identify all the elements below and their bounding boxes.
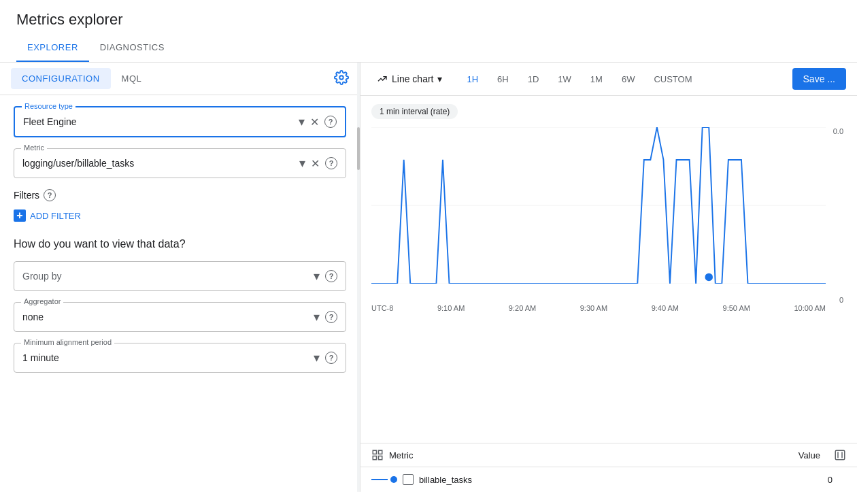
min-alignment-dropdown-icon[interactable]: ▾ <box>314 350 320 365</box>
min-alignment-help-icon[interactable]: ? <box>325 352 337 364</box>
time-btn-6w[interactable]: 6W <box>614 70 643 88</box>
resource-type-help-icon[interactable]: ? <box>324 116 337 128</box>
tab-bar: CONFIGURATION MQL <box>0 63 360 95</box>
chart-type-selector[interactable]: Line chart ▾ <box>371 69 448 88</box>
filters-help-icon[interactable]: ? <box>44 189 56 201</box>
resource-type-label: Resource type <box>22 102 75 110</box>
settings-icon[interactable] <box>334 70 349 87</box>
x-label-utc8: UTC-8 <box>371 304 393 312</box>
time-buttons: 1H 6H 1D 1W 1M 6W CUSTOM <box>458 70 700 88</box>
group-by-help-icon[interactable]: ? <box>325 270 337 282</box>
svg-rect-7 <box>373 456 376 460</box>
svg-rect-6 <box>379 450 382 454</box>
chart-type-label: Line chart <box>392 73 433 84</box>
legend-line-indicator <box>371 479 388 480</box>
aggregator-label: Aggregator <box>21 297 63 305</box>
left-panel: CONFIGURATION MQL Resource type Fleet En… <box>0 63 360 492</box>
metric-dropdown-icon[interactable]: ▾ <box>299 156 305 171</box>
group-by-value: Group by <box>22 271 314 282</box>
legend-metric-header: Metric <box>389 450 413 460</box>
group-by-dropdown-icon: ▾ <box>314 269 320 284</box>
metric-clear-icon[interactable]: ✕ <box>311 157 320 170</box>
add-filter-plus-icon: + <box>14 209 26 222</box>
x-label-940: 9:40 AM <box>652 304 679 312</box>
interval-badge: 1 min interval (rate) <box>371 104 458 119</box>
metric-field: Metric logging/user/billable_tasks ▾ ✕ ? <box>14 148 346 178</box>
chart-area: 1 min interval (rate) 0.0 0 <box>360 96 857 443</box>
x-axis-labels: UTC-8 9:10 AM 9:20 AM 9:30 AM 9:40 AM 9:… <box>371 304 826 312</box>
metric-label: Metric <box>21 144 47 152</box>
time-btn-1h[interactable]: 1H <box>458 70 486 88</box>
x-label-920: 9:20 AM <box>509 304 536 312</box>
tab-mql[interactable]: MQL <box>111 68 153 89</box>
legend-row: billable_tasks 0 <box>360 467 857 492</box>
aggregator-dropdown-icon[interactable]: ▾ <box>314 309 320 324</box>
metric-help-icon[interactable]: ? <box>325 157 337 169</box>
x-label-950: 9:50 AM <box>723 304 750 312</box>
aggregator-help-icon[interactable]: ? <box>325 311 337 323</box>
x-label-1000: 10:00 AM <box>794 304 825 312</box>
min-alignment-value: 1 minute <box>22 352 314 363</box>
save-button[interactable]: Save ... <box>792 68 846 90</box>
resource-type-dropdown-icon[interactable]: ▾ <box>299 114 305 129</box>
add-filter-button[interactable]: + ADD FILTER <box>14 207 346 224</box>
legend-table: Metric Value billable_tasks 0 <box>360 443 857 492</box>
aggregator-value: none <box>22 312 314 322</box>
legend-dot <box>390 476 397 483</box>
aggregator-field: Aggregator none ▾ ? <box>14 302 346 332</box>
svg-point-0 <box>339 75 343 80</box>
view-data-heading: How do you want to view that data? <box>14 238 346 250</box>
resource-type-clear-icon[interactable]: ✕ <box>310 116 319 129</box>
y-label-top: 0.0 <box>833 127 843 135</box>
resource-type-value: Fleet Engine <box>23 116 299 127</box>
filters-label: Filters <box>14 190 39 201</box>
svg-rect-5 <box>373 450 376 454</box>
legend-checkbox[interactable] <box>403 474 414 485</box>
top-nav: EXPLORER DIAGNOSTICS <box>0 34 857 63</box>
chart-toolbar: Line chart ▾ 1H 6H 1D 1W 1M 6W CUSTOM Sa… <box>360 63 857 96</box>
line-chart-icon <box>377 73 388 84</box>
chart-svg <box>371 127 826 284</box>
svg-rect-11 <box>835 450 845 460</box>
time-btn-6h[interactable]: 6H <box>489 70 517 88</box>
time-btn-custom[interactable]: CUSTOM <box>645 70 700 88</box>
legend-columns-icon[interactable] <box>834 449 846 461</box>
min-alignment-field: Minimum alignment period 1 minute ▾ ? <box>14 343 346 373</box>
svg-point-4 <box>705 273 713 282</box>
x-label-930: 9:30 AM <box>580 304 607 312</box>
page-title: Metrics explorer <box>0 0 857 34</box>
add-filter-label: ADD FILTER <box>30 211 81 221</box>
legend-metric-name: billable_tasks <box>419 475 822 485</box>
group-by-field: Group by ▾ ? <box>14 261 346 291</box>
right-panel: Line chart ▾ 1H 6H 1D 1W 1M 6W CUSTOM Sa… <box>360 63 857 492</box>
legend-metric-value: 0 <box>828 475 833 485</box>
chart-type-dropdown-icon: ▾ <box>437 73 442 84</box>
x-label-910: 9:10 AM <box>437 304 465 312</box>
time-btn-1d[interactable]: 1D <box>520 70 548 88</box>
svg-rect-8 <box>379 456 382 460</box>
resource-type-field: Resource type Fleet Engine ▾ ✕ ? <box>14 106 346 137</box>
filters-section: Filters ? + ADD FILTER <box>14 189 346 224</box>
legend-value-header: Value <box>799 450 820 460</box>
time-btn-1m[interactable]: 1M <box>582 70 611 88</box>
metric-grid-icon <box>371 449 384 461</box>
y-label-bottom: 0 <box>839 296 843 304</box>
tab-configuration[interactable]: CONFIGURATION <box>11 68 111 89</box>
min-alignment-label: Minimum alignment period <box>21 338 114 346</box>
nav-item-diagnostics[interactable]: DIAGNOSTICS <box>89 34 175 62</box>
time-btn-1w[interactable]: 1W <box>550 70 579 88</box>
legend-line <box>371 476 397 483</box>
metric-value: logging/user/billable_tasks <box>22 158 299 169</box>
nav-item-explorer[interactable]: EXPLORER <box>16 34 89 62</box>
